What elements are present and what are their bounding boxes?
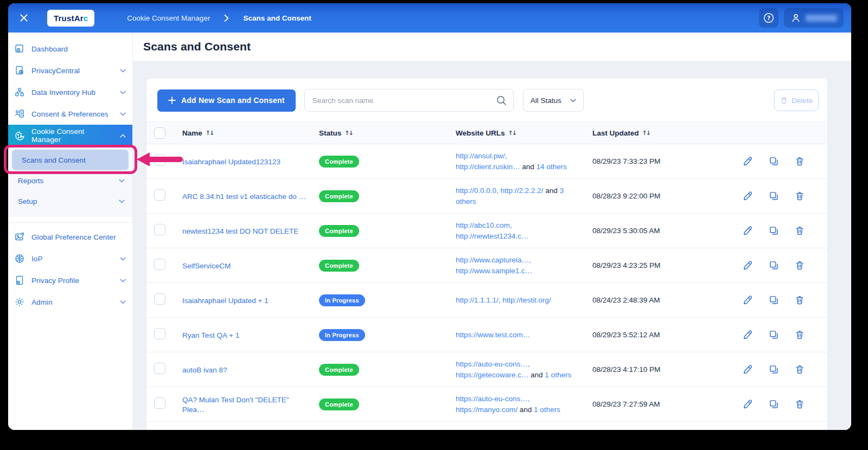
search-icon[interactable] — [496, 95, 507, 108]
user-menu-button[interactable] — [784, 8, 844, 28]
copy-icon — [769, 191, 779, 201]
sidebar-divider — [8, 222, 132, 223]
status-filter-dropdown[interactable]: All Status — [523, 89, 584, 112]
row-checkbox[interactable] — [154, 189, 165, 201]
edit-button[interactable] — [743, 156, 753, 166]
sidebar-item-cookie-consent-manager[interactable]: Cookie Consent Manager — [8, 125, 132, 146]
delete-row-button[interactable] — [795, 364, 805, 375]
pencil-icon — [743, 399, 753, 409]
sidebar-item-data-inventory-hub[interactable]: Data Inventory Hub — [8, 81, 132, 103]
delete-row-button[interactable] — [795, 260, 805, 271]
url-link[interactable]: http://client.ruskin… — [456, 163, 520, 171]
sidebar-item-consent-preferences[interactable]: Consent & Preferences — [8, 103, 132, 125]
row-checkbox[interactable] — [154, 293, 165, 305]
duplicate-button[interactable] — [769, 191, 779, 201]
url-link[interactable]: https://auto-eu-cons…, — [456, 360, 530, 368]
url-link[interactable]: http://0.0.0.0, http://2.2.2.2/ — [456, 187, 543, 195]
edit-button[interactable] — [743, 364, 753, 375]
scan-name-link[interactable]: newtest1234 test DO NOT DELETE — [182, 227, 306, 235]
row-checkbox[interactable] — [154, 224, 165, 235]
url-link[interactable]: http://abc10.com, — [456, 221, 512, 229]
url-link[interactable]: https://auto-eu-cons…, — [456, 395, 530, 403]
sort-icon[interactable]: ↑↓ — [642, 130, 650, 137]
sort-icon[interactable]: ↑↓ — [344, 130, 352, 137]
sidebar-item-privacy-profile[interactable]: Privacy Profile — [8, 269, 132, 291]
user-icon — [790, 12, 801, 23]
url-link[interactable]: http://1.1.1.1/, http://testit.org/ — [456, 296, 551, 304]
delete-button[interactable]: Delete — [774, 89, 819, 111]
url-link[interactable]: 1 others — [545, 371, 571, 379]
sidebar-item-dashboard[interactable]: Dashboard — [8, 38, 132, 60]
delete-row-button[interactable] — [795, 399, 805, 409]
url-link[interactable]: 1 others — [534, 406, 560, 414]
sort-icon[interactable]: ↑↓ — [206, 130, 213, 137]
scan-name-link[interactable]: autoB ivan 8? — [182, 366, 235, 374]
duplicate-button[interactable] — [769, 260, 779, 271]
svg-text:?: ? — [767, 15, 770, 21]
duplicate-button[interactable] — [769, 295, 779, 305]
url-link[interactable]: 14 others — [537, 163, 567, 171]
sidebar-item-global-preference-center[interactable]: Global Preference Center — [8, 226, 132, 248]
scan-name-link[interactable]: Isaiahraphael Updated123123 — [182, 158, 288, 166]
url-link[interactable]: https://getecoware.c… — [456, 371, 528, 379]
edit-button[interactable] — [743, 330, 753, 340]
url-link[interactable]: http://newtest1234.c… — [456, 232, 528, 240]
chevron-down-icon — [120, 300, 126, 304]
scan-name-link[interactable]: SelfServiceCM — [182, 262, 238, 270]
chevron-down-icon — [119, 200, 125, 203]
delete-row-button[interactable] — [795, 156, 805, 166]
edit-button[interactable] — [743, 226, 753, 236]
pencil-icon — [743, 330, 753, 340]
scan-name-link[interactable]: ARC 8.34.h1 test v1 elasticache do … — [182, 192, 314, 201]
url-link[interactable]: https://www.test.com… — [456, 331, 530, 339]
row-checkbox[interactable] — [154, 328, 165, 339]
edit-button[interactable] — [743, 295, 753, 305]
chevron-down-icon — [120, 69, 126, 73]
sidebar-subitem-setup[interactable]: Setup — [8, 191, 132, 211]
status-badge: Complete — [319, 398, 359, 410]
table-row: autoB ivan 8?Completehttps://auto-eu-con… — [146, 352, 827, 387]
search-input[interactable] — [304, 89, 514, 112]
trustarc-logo[interactable]: TrustArc — [47, 10, 94, 27]
scan-name-link[interactable]: Ryan Test QA + 1 — [182, 331, 247, 339]
url-link[interactable]: https://manyo.com/ — [456, 406, 518, 414]
sidebar-item-privacycentral[interactable]: PrivacyCentral — [8, 60, 132, 81]
row-checkbox[interactable] — [154, 397, 165, 409]
edit-button[interactable] — [743, 260, 753, 271]
row-checkbox[interactable] — [154, 259, 165, 270]
sidebar-subitem-scans-and-consent[interactable]: Scans and Consent — [12, 150, 129, 170]
breadcrumb-app[interactable]: Cookie Consent Manager — [127, 14, 210, 22]
last-updated: 08/29/23 5:30:05 AM — [592, 227, 719, 235]
scan-name-link[interactable]: Isaiahraphael Updated + 1 — [182, 297, 276, 305]
sidebar-subitem-reports[interactable]: Reports — [8, 170, 132, 191]
duplicate-button[interactable] — [769, 399, 779, 409]
select-all-checkbox[interactable] — [154, 127, 165, 139]
status-badge: In Progress — [319, 329, 365, 341]
close-icon[interactable] — [16, 10, 32, 26]
add-new-scan-button[interactable]: Add New Scan and Consent — [157, 89, 296, 112]
duplicate-button[interactable] — [769, 226, 779, 236]
help-button[interactable]: ? — [759, 8, 778, 28]
edit-button[interactable] — [743, 399, 753, 409]
url-link[interactable]: http://ansul.pw/, — [456, 152, 507, 160]
delete-row-button[interactable] — [795, 295, 805, 305]
sidebar-item-admin[interactable]: Admin — [8, 291, 132, 313]
delete-row-button[interactable] — [795, 191, 805, 201]
row-checkbox[interactable] — [154, 155, 165, 166]
delete-row-button[interactable] — [795, 330, 805, 340]
duplicate-button[interactable] — [769, 330, 779, 340]
scan-name-link[interactable]: QA? Mulan Test Don't "DELETE" Plea… — [182, 396, 289, 414]
sidebar-item-iop[interactable]: IoP — [8, 248, 132, 269]
edit-button[interactable] — [743, 191, 753, 201]
table-header: Name↑↓ Status↑↓ Website URLs↑↓ Last Upda… — [146, 121, 827, 144]
delete-row-button[interactable] — [795, 226, 805, 236]
duplicate-button[interactable] — [769, 364, 779, 375]
sort-icon[interactable]: ↑↓ — [508, 130, 516, 137]
url-link[interactable]: http://www.capturela…, — [456, 256, 531, 264]
table-body: Isaiahraphael Updated123123Completehttp:… — [146, 144, 827, 422]
chevron-down-icon — [119, 179, 125, 183]
row-checkbox[interactable] — [154, 363, 165, 374]
url-text: and — [528, 371, 545, 379]
duplicate-button[interactable] — [769, 156, 779, 166]
url-link[interactable]: http://www.sample1.c… — [456, 267, 532, 275]
